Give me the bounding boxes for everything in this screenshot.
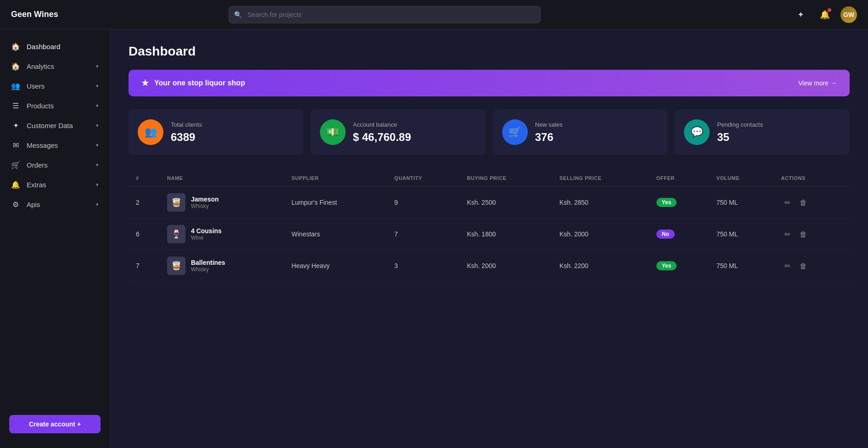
sidebar-item-messages[interactable]: ✉ Messages ▾ — [0, 135, 110, 155]
row-quantity: 3 — [387, 250, 459, 282]
sidebar-item-dashboard[interactable]: 🏠 Dashboard — [0, 37, 110, 56]
pending-contacts-icon: 💬 — [684, 119, 710, 145]
app-logo: Geen Wines — [11, 10, 103, 19]
stat-card-new-sales: 🛒 New sales 376 — [493, 109, 668, 155]
account-balance-label: Account balance — [353, 121, 411, 128]
theme-toggle-button[interactable]: ✦ — [793, 6, 809, 23]
chevron-down-icon: ▾ — [96, 83, 99, 89]
sidebar-label-products: Products — [27, 102, 90, 110]
sidebar-label-analytics: Analytics — [27, 62, 90, 70]
total-clients-icon: 👥 — [138, 119, 163, 145]
orders-icon: 🛒 — [11, 161, 20, 169]
col-selling-price: SELLING PRICE — [552, 170, 649, 187]
sidebar-item-extras[interactable]: 🔔 Extras ▾ — [0, 175, 110, 195]
stat-info-account-balance: Account balance $ 46,760.89 — [353, 121, 411, 144]
col-supplier: SUPPLIER — [284, 170, 387, 187]
sidebar-item-analytics[interactable]: 🏠 Analytics ▾ — [0, 56, 110, 76]
search-input[interactable] — [229, 6, 541, 23]
products-table: # NAME SUPPLIER QUANTITY BUYING PRICE SE… — [129, 170, 850, 282]
row-buying-price: Ksh. 2000 — [459, 250, 552, 282]
sidebar-label-dashboard: Dashboard — [27, 43, 99, 50]
new-sales-label: New sales — [535, 121, 563, 128]
promo-banner: ★ Your one stop liquor shop View more → — [129, 70, 850, 96]
main-layout: 🏠 Dashboard 🏠 Analytics ▾ 👥 Users ▾ ☰ Pr… — [0, 29, 868, 448]
chevron-down-icon: ▾ — [96, 202, 99, 207]
sidebar-item-orders[interactable]: 🛒 Orders ▾ — [0, 155, 110, 175]
sidebar-label-extras: Extras — [27, 181, 90, 189]
sidebar-item-products[interactable]: ☰ Products ▾ — [0, 96, 110, 116]
row-volume: 750 ML — [709, 218, 774, 250]
chevron-down-icon: ▾ — [96, 182, 99, 188]
products-icon: ☰ — [11, 101, 20, 110]
row-product: 🍷 4 Cousins Wine — [160, 218, 284, 250]
col-num: # — [129, 170, 160, 187]
stat-card-pending-contacts: 💬 Pending contacts 35 — [675, 109, 850, 155]
sidebar-item-customer-data[interactable]: ✦ Customer Data ▾ — [0, 116, 110, 135]
product-name: 4 Cousins — [191, 227, 222, 235]
product-type: Whisky — [191, 266, 225, 273]
avatar[interactable]: GW — [840, 6, 857, 23]
promo-left: ★ Your one stop liquor shop — [141, 78, 245, 88]
chevron-down-icon: ▾ — [96, 103, 99, 109]
sidebar-label-orders: Orders — [27, 161, 90, 169]
new-sales-icon: 🛒 — [502, 119, 528, 145]
offer-badge: No — [656, 230, 675, 239]
delete-button[interactable]: 🗑 — [796, 197, 811, 209]
messages-icon: ✉ — [11, 141, 20, 150]
delete-button[interactable]: 🗑 — [796, 229, 811, 241]
product-info: Ballentines Whisky — [191, 259, 225, 273]
row-selling-price: Ksh. 2200 — [552, 250, 649, 282]
apis-icon: ⚙ — [11, 200, 20, 209]
row-offer: No — [649, 218, 709, 250]
stat-info-pending-contacts: Pending contacts 35 — [717, 121, 763, 144]
edit-button[interactable]: ✏ — [781, 196, 794, 209]
table-header-row: # NAME SUPPLIER QUANTITY BUYING PRICE SE… — [129, 170, 850, 187]
row-product: 🥃 Jameson Whisky — [160, 187, 284, 218]
row-supplier: Heavy Heavy — [284, 250, 387, 282]
new-sales-value: 376 — [535, 131, 563, 144]
page-title: Dashboard — [129, 44, 850, 59]
edit-button[interactable]: ✏ — [781, 228, 794, 241]
delete-button[interactable]: 🗑 — [796, 260, 811, 272]
row-volume: 750 ML — [709, 250, 774, 282]
star-icon: ★ — [141, 78, 149, 88]
stat-cards: 👥 Total clients 6389 💵 Account balance $… — [129, 109, 850, 155]
chevron-down-icon: ▾ — [96, 142, 99, 148]
topnav: Geen Wines 🔍 ✦ 🔔 GW — [0, 0, 868, 29]
table-row: 6 🍷 4 Cousins Wine Winestars 7 Ksh. 1800… — [129, 218, 850, 250]
row-actions: ✏ 🗑 — [773, 250, 850, 282]
sidebar-item-apis[interactable]: ⚙ Apis ▾ — [0, 195, 110, 214]
account-balance-value: $ 46,760.89 — [353, 131, 411, 144]
chevron-down-icon: ▾ — [96, 63, 99, 69]
table-row: 2 🥃 Jameson Whisky Lumpur's Finest 9 Ksh… — [129, 187, 850, 218]
row-selling-price: Ksh. 2000 — [552, 218, 649, 250]
col-name: NAME — [160, 170, 284, 187]
row-product: 🥃 Ballentines Whisky — [160, 250, 284, 282]
row-offer: Yes — [649, 250, 709, 282]
sidebar-label-apis: Apis — [27, 201, 90, 208]
product-info: Jameson Whisky — [191, 196, 219, 209]
offer-badge: Yes — [656, 261, 677, 270]
table-head: # NAME SUPPLIER QUANTITY BUYING PRICE SE… — [129, 170, 850, 187]
create-account-button[interactable]: Create account + — [9, 415, 101, 433]
total-clients-label: Total clients — [171, 121, 202, 128]
sidebar-item-users[interactable]: 👥 Users ▾ — [0, 76, 110, 96]
sidebar-bottom: Create account + — [0, 408, 110, 441]
notifications-button[interactable]: 🔔 — [817, 6, 833, 23]
sidebar-label-customer-data: Customer Data — [27, 122, 90, 129]
promo-link[interactable]: View more → — [798, 79, 837, 87]
product-name: Jameson — [191, 196, 219, 203]
users-icon: 👥 — [11, 82, 20, 90]
row-offer: Yes — [649, 187, 709, 218]
col-buying-price: BUYING PRICE — [459, 170, 552, 187]
stat-card-total-clients: 👥 Total clients 6389 — [129, 109, 303, 155]
row-buying-price: Ksh. 1800 — [459, 218, 552, 250]
edit-button[interactable]: ✏ — [781, 260, 794, 272]
product-image: 🍷 — [167, 225, 185, 243]
pending-contacts-label: Pending contacts — [717, 121, 763, 128]
row-quantity: 9 — [387, 187, 459, 218]
search-icon: 🔍 — [234, 11, 242, 18]
topnav-right: ✦ 🔔 GW — [793, 6, 857, 23]
product-image: 🥃 — [167, 257, 185, 275]
row-volume: 750 ML — [709, 187, 774, 218]
